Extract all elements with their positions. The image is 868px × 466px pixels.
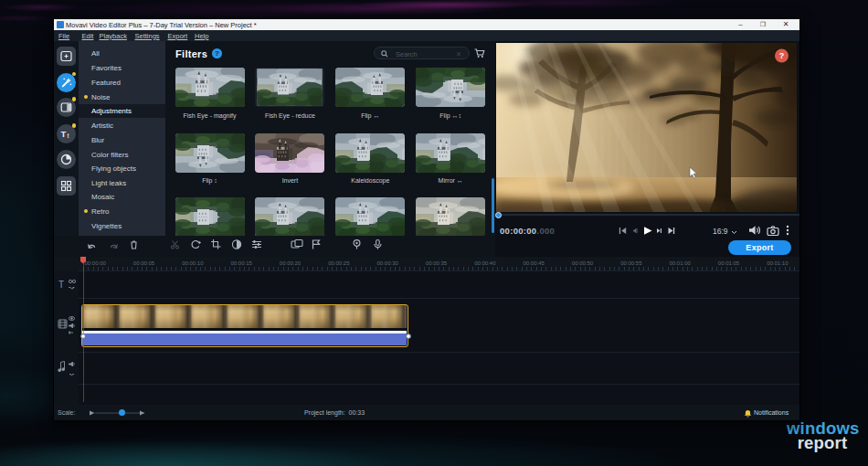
svg-text:T: T xyxy=(61,129,67,139)
svg-text:T: T xyxy=(58,280,64,290)
svg-text:?: ? xyxy=(779,51,785,60)
svg-text:t: t xyxy=(68,132,70,140)
